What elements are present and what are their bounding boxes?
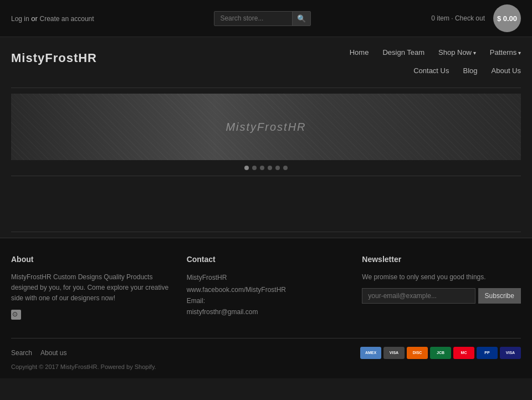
auth-links: Log in or Create an account (11, 14, 94, 23)
footer-newsletter-section: Newsletter We promise to only send you g… (362, 255, 521, 321)
nav-about-us[interactable]: About Us (492, 64, 521, 78)
footer-links: Search About us (11, 349, 66, 357)
footer-email-label: Email: (187, 297, 205, 305)
dot-3[interactable] (260, 166, 264, 170)
nav-row-2: Contact Us Blog About Us (413, 64, 521, 78)
newsletter-form: Subscribe (362, 288, 521, 304)
dot-4[interactable] (268, 166, 272, 170)
footer-about-link[interactable]: About us (40, 349, 66, 357)
footer: About MistyFrostHR Custom Designs Qualit… (0, 238, 532, 378)
footer-contact-section: Contact MistyFrostHR www.facebook.com/Mi… (187, 255, 346, 321)
site-logo[interactable]: MistyFrostHR (11, 51, 97, 65)
cart-info: 0 item · Check out (431, 14, 485, 22)
dot-1[interactable] (244, 166, 249, 170)
footer-about-section: About MistyFrostHR Custom Designs Qualit… (11, 255, 170, 321)
payment-mc: MC (453, 347, 474, 359)
footer-newsletter-text: We promise to only send you good things. (362, 272, 521, 283)
footer-bottom: Search About us AMEX VISA DISC JCB MC PP… (11, 347, 521, 359)
dot-6[interactable] (283, 166, 288, 170)
footer-about-heading: About (11, 255, 170, 264)
nav-patterns[interactable]: Patterns (490, 45, 521, 59)
cart-separator: · (449, 14, 455, 22)
footer-search-link[interactable]: Search (11, 349, 32, 357)
search-wrapper: 🔍 (214, 11, 311, 26)
login-link[interactable]: Log in (11, 15, 29, 23)
content-divider-2 (11, 232, 521, 232)
footer-contact-heading: Contact (187, 255, 346, 264)
slider-wrapper[interactable]: MistyFrostHR (11, 94, 521, 160)
payment-discover: DISC (407, 347, 428, 359)
footer-grid: About MistyFrostHR Custom Designs Qualit… (11, 255, 521, 321)
search-button[interactable]: 🔍 (292, 12, 310, 25)
nav-home[interactable]: Home (350, 45, 369, 59)
footer-newsletter-heading: Newsletter (362, 255, 521, 264)
newsletter-input[interactable] (362, 288, 475, 304)
search-input[interactable] (214, 12, 292, 25)
payment-icons: AMEX VISA DISC JCB MC PP VISA (360, 347, 521, 359)
nav-blog[interactable]: Blog (463, 64, 477, 78)
header-divider (11, 88, 521, 88)
footer-bottom-left: Search About us (11, 349, 66, 357)
payment-visa: VISA (500, 347, 521, 359)
checkout-link[interactable]: Check out (455, 14, 485, 22)
payment-card2: VISA (383, 347, 405, 359)
create-account-link[interactable]: Create an account (40, 15, 94, 23)
copyright: Copyright © 2017 MistyFrostHR. Powered b… (11, 363, 521, 370)
nav-shop-now[interactable]: Shop Now (438, 45, 476, 59)
dot-2[interactable] (252, 166, 257, 170)
footer-contact-email: Email: mistyfrosthr@gmail.com (187, 296, 346, 319)
cart-items: 0 item (431, 14, 449, 22)
footer-contact-facebook[interactable]: www.facebook.com/MistyFrostHR (187, 284, 346, 296)
slider-section: MistyFrostHR (11, 94, 521, 170)
navigation: Home Design Team Shop Now Patterns Conta… (350, 45, 521, 82)
cart-area: 0 item · Check out $ 0.00 (431, 4, 521, 32)
main-header: MistyFrostHR Home Design Team Shop Now P… (0, 37, 532, 82)
empty-content-area (0, 182, 532, 226)
search-area: 🔍 (214, 11, 311, 26)
footer-bottom-divider (11, 338, 521, 339)
footer-contact-name[interactable]: MistyFrostHR (187, 272, 346, 284)
payment-jcb: JCB (430, 347, 451, 359)
nav-row-1: Home Design Team Shop Now Patterns (350, 45, 521, 59)
slider-logo-overlay: MistyFrostHR (226, 121, 306, 134)
content-divider-1 (11, 176, 521, 176)
cart-total[interactable]: $ 0.00 (493, 4, 521, 32)
payment-amex: AMEX (360, 347, 381, 359)
slider-dots (11, 166, 521, 170)
top-bar: Log in or Create an account 🔍 0 item · C… (0, 0, 532, 37)
dot-5[interactable] (275, 166, 280, 170)
subscribe-button[interactable]: Subscribe (478, 288, 521, 304)
footer-about-text: MistyFrostHR Custom Designs Quality Prod… (11, 272, 170, 304)
nav-contact-us[interactable]: Contact Us (413, 64, 449, 78)
footer-email-link[interactable]: mistyfrosthr@gmail.com (187, 306, 346, 319)
rss-icon[interactable] (11, 310, 21, 320)
slider-image: MistyFrostHR (11, 94, 521, 160)
nav-design-team[interactable]: Design Team (382, 45, 424, 59)
payment-paypal: PP (477, 347, 498, 359)
or-text: or (29, 14, 40, 23)
